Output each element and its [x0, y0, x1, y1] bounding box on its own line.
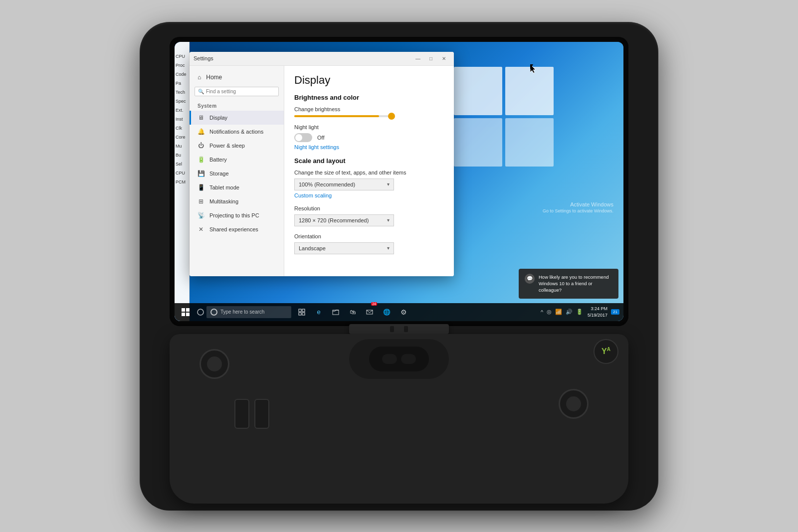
y-button[interactable]: YA	[594, 339, 618, 364]
device-shell: Activate Windows Go to Settings to activ…	[140, 22, 658, 511]
close-button[interactable]: ✕	[438, 53, 450, 63]
brightness-slider-track[interactable]	[294, 115, 394, 117]
network-icon[interactable]: 📶	[554, 309, 563, 315]
settings-taskbar-icon[interactable]: ⚙	[396, 303, 411, 321]
left-analog-stick-area	[200, 349, 229, 379]
orientation-dropdown-arrow: ▾	[387, 245, 390, 251]
orientation-value: Landscape	[299, 245, 326, 251]
battery-tray-icon[interactable]: 🔋	[575, 309, 584, 315]
left-button-2[interactable]	[254, 399, 269, 429]
cortana-button[interactable]	[196, 303, 205, 321]
custom-scaling-link[interactable]: Custom scaling	[294, 192, 444, 198]
sidebar-item-notifications[interactable]: 🔔 Notifications & actions	[190, 125, 284, 139]
scale-heading: Scale and layout	[294, 157, 444, 165]
resolution-dropdown[interactable]: 1280 × 720 (Recommended) ▾	[294, 214, 394, 226]
clock-date: 5/19/2017	[588, 312, 607, 319]
scale-label: Change the size of text, apps, and other…	[294, 170, 444, 176]
left-panel: CPUProcCodePaTechSpecExt.InstClkCoreMuBu…	[175, 42, 190, 321]
svg-rect-8	[299, 313, 301, 315]
sidebar-item-tablet-label: Tablet mode	[209, 184, 239, 190]
multitasking-icon: ⊞	[198, 198, 204, 205]
taskbar-pinned-icons: e 🛍 24	[294, 303, 411, 321]
sidebar-item-shared[interactable]: ✕ Shared experiences	[190, 222, 284, 236]
night-light-settings-link[interactable]: Night light settings	[294, 144, 444, 150]
activate-windows-watermark: Activate Windows Go to Settings to activ…	[543, 201, 613, 213]
settings-content: Display Brightness and color Change brig…	[284, 66, 454, 276]
activate-windows-sub: Go to Settings to activate Windows.	[543, 208, 613, 213]
storage-icon: 💾	[198, 170, 204, 177]
browser-icon-2[interactable]: 🌐	[379, 303, 394, 321]
svg-rect-10	[333, 310, 339, 315]
left-button-1[interactable]	[234, 399, 249, 429]
scale-value: 100% (Recommended)	[299, 181, 355, 187]
left-shoulder-buttons	[234, 399, 269, 429]
desktop-background: Activate Windows Go to Settings to activ…	[175, 42, 623, 321]
sidebar-item-projecting-label: Projecting to this PC	[209, 212, 259, 218]
sidebar-item-notifications-label: Notifications & actions	[209, 129, 263, 135]
find-setting-input[interactable]	[206, 89, 275, 94]
title-bar-text: Settings	[194, 55, 412, 61]
resolution-dropdown-arrow: ▾	[387, 217, 390, 223]
notification-badge[interactable]: 21	[611, 309, 619, 315]
sidebar-item-battery-label: Battery	[209, 157, 227, 163]
night-light-label: Night light	[294, 124, 444, 130]
grip-slot-left	[382, 354, 397, 364]
sidebar-item-power[interactable]: ⏻ Power & sleep	[190, 139, 284, 153]
sidebar-item-display-label: Display	[209, 115, 227, 121]
screen-bezel: Activate Windows Go to Settings to activ…	[170, 37, 628, 326]
volume-icon[interactable]: 🔊	[565, 309, 574, 315]
brightness-slider-thumb[interactable]	[388, 113, 395, 120]
hinge-bump-left	[390, 326, 394, 332]
left-analog-stick[interactable]	[200, 349, 229, 379]
battery-icon: 🔋	[198, 156, 204, 163]
display-icon: 🖥	[198, 114, 204, 121]
sidebar-item-multitasking[interactable]: ⊞ Multitasking	[190, 194, 284, 208]
clock-time: 3:24 PM	[588, 306, 607, 312]
page-title: Display	[294, 74, 444, 87]
svg-rect-2	[186, 308, 190, 312]
start-button[interactable]	[177, 303, 195, 321]
brightness-slider-container	[294, 115, 444, 117]
night-light-state: Off	[317, 135, 324, 141]
night-light-toggle[interactable]	[294, 133, 312, 142]
home-label: Home	[206, 74, 222, 81]
sidebar-item-tablet[interactable]: 📱 Tablet mode	[190, 180, 284, 194]
orientation-label: Orientation	[294, 233, 444, 239]
tablet-icon: 📱	[198, 184, 204, 191]
hinge-bump-right	[404, 326, 408, 332]
sidebar-item-home[interactable]: ⌂ Home	[190, 71, 284, 84]
settings-window: Settings — □ ✕ ⌂	[190, 52, 454, 276]
left-stick-inner	[207, 356, 222, 371]
svg-rect-4	[186, 313, 190, 316]
sidebar-item-battery[interactable]: 🔋 Battery	[190, 153, 284, 167]
brightness-heading: Brightness and color	[294, 94, 444, 101]
sidebar-item-display[interactable]: 🖥 Display	[190, 111, 284, 125]
scale-dropdown[interactable]: 100% (Recommended) ▾	[294, 178, 394, 190]
system-clock[interactable]: 3:24 PM 5/19/2017	[586, 306, 609, 318]
explorer-icon[interactable]	[328, 303, 343, 321]
minimize-button[interactable]: —	[412, 53, 424, 63]
orientation-dropdown[interactable]: Landscape ▾	[294, 242, 394, 254]
sidebar-item-storage[interactable]: 💾 Storage	[190, 167, 284, 180]
store-icon[interactable]: 🛍	[345, 303, 360, 321]
scale-dropdown-arrow: ▾	[387, 181, 390, 187]
brightness-label: Change brightness	[294, 106, 444, 112]
mail-icon[interactable]: 24	[362, 303, 377, 321]
location-icon[interactable]: ◎	[546, 309, 553, 315]
sidebar-item-projecting[interactable]: 📡 Projecting to this PC	[190, 208, 284, 222]
right-analog-stick[interactable]	[559, 389, 589, 419]
taskbar-search-box[interactable]: Type here to search	[206, 306, 291, 318]
tray-arrow[interactable]: ^	[540, 309, 544, 315]
resolution-value: 1280 × 720 (Recommended)	[299, 217, 369, 223]
task-view-button[interactable]	[294, 303, 309, 321]
title-bar: Settings — □ ✕	[190, 52, 454, 66]
svg-rect-3	[182, 313, 185, 316]
system-tray: ^ ◎ 📶 🔊 🔋 3:24 PM 5/19/2017 21	[540, 306, 621, 318]
screen: Activate Windows Go to Settings to activ…	[175, 42, 623, 321]
notifications-icon: 🔔	[198, 128, 204, 135]
sidebar-item-multitasking-label: Multitasking	[209, 198, 238, 204]
notification-popup[interactable]: 💬 How likely are you to recommend Window…	[519, 269, 618, 299]
svg-rect-9	[302, 313, 305, 315]
edge-icon[interactable]: e	[311, 303, 326, 321]
maximize-button[interactable]: □	[425, 53, 437, 63]
